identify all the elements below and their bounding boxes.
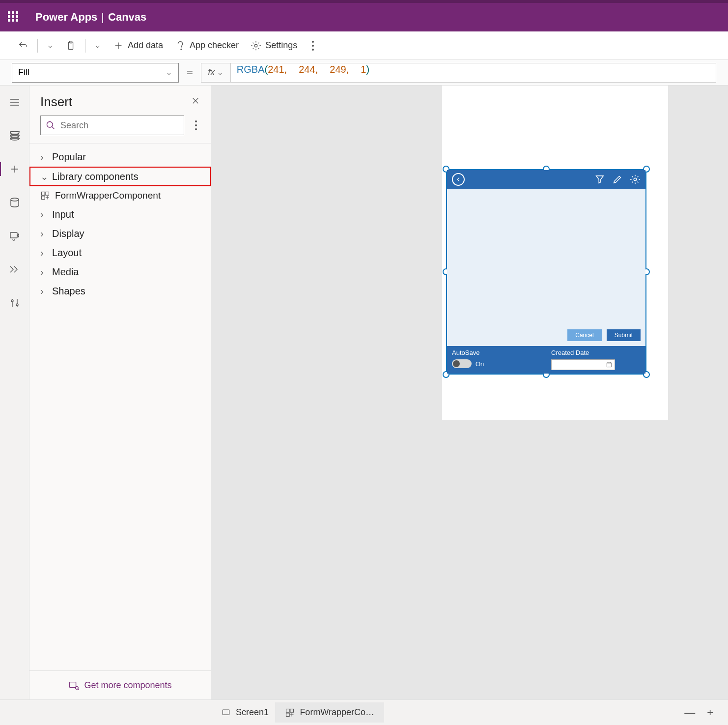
svg-rect-14: [42, 196, 45, 200]
svg-point-10: [16, 304, 18, 306]
svg-point-9: [11, 300, 13, 302]
category-input[interactable]: ›Input: [29, 205, 211, 224]
formula-bar: Fill = fx RGBA(241, 244, 249, 1): [0, 60, 728, 86]
bottom-breadcrumb-bar: Screen1 › FormWrapperCo… — +: [0, 699, 728, 725]
waffle-icon[interactable]: [8, 11, 20, 23]
breadcrumb-component[interactable]: FormWrapperCo…: [275, 702, 384, 723]
svg-rect-19: [223, 710, 229, 715]
svg-point-3: [254, 44, 257, 47]
close-panel-button[interactable]: [191, 96, 200, 108]
zoom-controls: — +: [684, 706, 713, 719]
toolbar-overflow[interactable]: [303, 35, 323, 57]
fx-button[interactable]: fx: [201, 63, 230, 83]
category-media[interactable]: ›Media: [29, 262, 211, 282]
svg-point-17: [634, 178, 637, 181]
left-rail: [0, 86, 29, 699]
formula-input[interactable]: RGBA(241, 244, 249, 1): [230, 63, 716, 83]
svg-rect-12: [42, 192, 45, 196]
undo-dropdown[interactable]: [41, 39, 59, 52]
search-icon: [46, 120, 56, 130]
app-header: Power Apps|Canvas: [0, 0, 728, 31]
filter-icon[interactable]: [594, 174, 605, 185]
createddate-label: Created Date: [551, 349, 641, 356]
component-formwrapper[interactable]: FormWrapperComponent: [29, 186, 211, 205]
paste-dropdown[interactable]: [88, 39, 107, 52]
component-icon: [40, 191, 50, 201]
svg-point-5: [10, 134, 19, 137]
category-shapes[interactable]: ›Shapes: [29, 282, 211, 301]
undo-button[interactable]: [12, 37, 34, 54]
insert-category-list: ›Popular ⌄Library components FormWrapper…: [29, 143, 211, 305]
svg-point-7: [11, 198, 19, 201]
breadcrumb-screen[interactable]: Screen1: [211, 702, 279, 723]
hamburger-button[interactable]: [6, 93, 24, 111]
header-title: Power Apps|Canvas: [35, 11, 146, 24]
paste-button[interactable]: [59, 37, 82, 54]
autosave-value: On: [476, 360, 484, 368]
calendar-icon: [606, 361, 613, 368]
cancel-button[interactable]: Cancel: [567, 329, 601, 341]
get-more-components-link[interactable]: Get more components: [68, 680, 171, 691]
gear-icon[interactable]: [630, 174, 641, 185]
search-input[interactable]: [40, 116, 184, 135]
category-popular[interactable]: ›Popular: [29, 147, 211, 167]
svg-rect-15: [70, 682, 76, 688]
selected-component[interactable]: Cancel Submit AutoSave On Created Date: [446, 169, 646, 375]
panel-footer: Get more components: [29, 670, 211, 699]
app-checker-button[interactable]: App checker: [169, 37, 245, 54]
edit-icon[interactable]: [612, 174, 623, 185]
svg-rect-22: [286, 713, 290, 716]
svg-point-6: [10, 137, 19, 140]
tools-button[interactable]: [6, 294, 24, 312]
add-data-button[interactable]: Add data: [107, 37, 169, 54]
toolbar: Add data App checker Settings: [0, 31, 728, 60]
back-button[interactable]: [452, 173, 465, 186]
zoom-out-button[interactable]: —: [684, 706, 695, 719]
property-selector[interactable]: Fill: [12, 63, 179, 83]
component-topbar: [447, 170, 645, 189]
createddate-input[interactable]: [551, 359, 615, 370]
svg-rect-21: [290, 709, 294, 712]
autosave-toggle[interactable]: [452, 359, 472, 368]
category-library-components[interactable]: ⌄Library components: [29, 167, 211, 186]
main-area: Insert ›Popular ⌄Library components Form…: [0, 86, 728, 699]
svg-point-2: [181, 49, 182, 50]
svg-rect-18: [607, 363, 611, 367]
category-display[interactable]: ›Display: [29, 224, 211, 243]
tree-view-button[interactable]: [6, 127, 24, 145]
media-button[interactable]: [6, 227, 24, 245]
submit-button[interactable]: Submit: [607, 329, 641, 341]
component-body: Cancel Submit AutoSave On Created Date: [447, 170, 645, 374]
svg-point-4: [10, 131, 19, 134]
category-layout[interactable]: ›Layout: [29, 243, 211, 262]
svg-rect-20: [286, 709, 290, 712]
insert-panel: Insert ›Popular ⌄Library components Form…: [29, 86, 211, 699]
component-bottombar: AutoSave On Created Date: [447, 346, 645, 374]
autosave-label: AutoSave: [452, 349, 541, 356]
svg-point-11: [47, 122, 53, 128]
data-button[interactable]: [6, 194, 24, 211]
svg-rect-8: [10, 232, 17, 238]
settings-button[interactable]: Settings: [245, 37, 303, 54]
canvas[interactable]: Cancel Submit AutoSave On Created Date: [211, 86, 728, 699]
zoom-in-button[interactable]: +: [707, 706, 713, 719]
svg-rect-13: [46, 192, 49, 196]
component-form-area: Cancel Submit: [447, 189, 645, 346]
panel-title: Insert: [40, 94, 72, 110]
insert-button[interactable]: [6, 160, 24, 178]
equals-sign: =: [187, 66, 193, 79]
flow-button[interactable]: [6, 261, 24, 278]
panel-overflow[interactable]: [192, 117, 200, 133]
